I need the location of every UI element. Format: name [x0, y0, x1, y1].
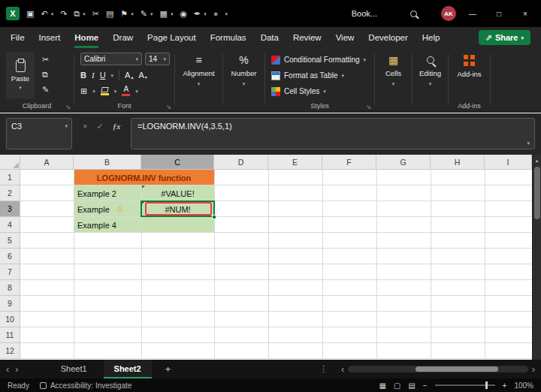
column-header-I[interactable]: I [485, 155, 532, 170]
underline-button[interactable]: U [100, 71, 106, 80]
column-header-F[interactable]: F [322, 155, 376, 170]
row-header-12[interactable]: 12 [0, 343, 20, 359]
row-header-2[interactable]: 2 [0, 185, 20, 201]
cell-C3[interactable]: #NUM! [141, 201, 214, 217]
menu-tab-formulas[interactable]: Formulas [210, 27, 246, 48]
scroll-up-icon[interactable]: ▴ [533, 155, 541, 164]
row-header-11[interactable]: 11 [0, 327, 20, 343]
column-header-C[interactable]: C [141, 155, 214, 170]
new-sheet-button[interactable]: + [165, 363, 171, 375]
zoom-slider[interactable] [435, 384, 495, 386]
page-break-view-icon[interactable]: ▤ [408, 381, 415, 390]
fill-handle[interactable] [212, 215, 216, 219]
search-icon[interactable] [410, 11, 417, 17]
vertical-scrollbar-thumb[interactable] [534, 167, 540, 219]
menu-tab-draw[interactable]: Draw [113, 27, 133, 48]
cut-button[interactable]: ✂ [42, 56, 49, 64]
conditional-formatting-button[interactable]: Conditional Formatting ▾ [271, 53, 366, 67]
horizontal-scrollbar[interactable]: ‹ › [341, 364, 535, 374]
menu-tab-developer[interactable]: Developer [368, 27, 407, 48]
sheet-scroll-left-icon[interactable]: ‹ [6, 364, 9, 374]
zoom-out-button[interactable]: − [423, 381, 428, 390]
cell-B1[interactable]: LOGNORM.INV function [74, 170, 214, 185]
save-icon[interactable]: ▣ [26, 10, 34, 18]
column-header-E[interactable]: E [268, 155, 322, 170]
menu-tab-file[interactable]: File [11, 27, 25, 48]
record-icon[interactable]: ● [213, 10, 219, 18]
shrink-font-button[interactable]: A▾ [138, 71, 147, 80]
font-name-select[interactable]: Calibri ▾ [80, 53, 142, 65]
menu-tab-review[interactable]: Review [293, 27, 322, 48]
column-header-H[interactable]: H [431, 155, 485, 170]
cell-B3[interactable]: Example ⚠ [74, 201, 141, 217]
copy-button[interactable]: ⧉ [42, 71, 48, 79]
row-header-5[interactable]: 5 [0, 233, 20, 249]
chevron-down-icon[interactable]: ▾ [171, 11, 174, 17]
chevron-down-icon[interactable]: ▾ [51, 11, 54, 17]
cell-C4[interactable] [141, 217, 214, 233]
row-header-6[interactable]: 6 [0, 249, 20, 264]
sheet-options-icon[interactable]: ⋮ [319, 364, 328, 374]
bold-button[interactable]: B [80, 71, 86, 80]
font-dialog-launcher[interactable]: ⇘ [166, 104, 171, 110]
chevron-down-icon[interactable]: ▾ [111, 73, 114, 78]
clipboard-dialog-launcher[interactable]: ⇘ [65, 104, 71, 110]
column-header-D[interactable]: D [214, 155, 268, 170]
chevron-down-icon[interactable]: ▾ [204, 11, 207, 17]
menu-tab-page-layout[interactable]: Page Layout [147, 27, 196, 48]
accessibility-status[interactable]: Accessibility: Investigate [40, 381, 131, 390]
chevron-down-icon[interactable]: ▾ [114, 89, 117, 94]
menu-tab-help[interactable]: Help [422, 27, 440, 48]
cell-C2[interactable]: #VALUE! [141, 185, 214, 201]
vertical-scrollbar[interactable]: ▴ [532, 155, 541, 360]
minimize-button[interactable]: — [463, 10, 482, 18]
paste-button[interactable]: Paste ▾ [6, 52, 35, 98]
chevron-down-icon[interactable]: ▾ [150, 11, 153, 17]
sheet-tab-sheet1[interactable]: Sheet1 [50, 360, 98, 378]
format-as-table-button[interactable]: Format as Table ▾ [271, 68, 344, 83]
styles-dialog-launcher[interactable]: ⇘ [366, 104, 371, 110]
editing-group-button[interactable]: Editing ▾ [413, 48, 448, 113]
cancel-button[interactable]: × [83, 122, 87, 131]
horizontal-scrollbar-track[interactable] [348, 366, 527, 372]
normal-view-icon[interactable]: ▦ [379, 381, 385, 390]
redo-icon[interactable]: ↷ [60, 10, 67, 18]
cut-icon[interactable]: ✂ [92, 10, 99, 18]
row-header-8[interactable]: 8 [0, 280, 20, 296]
share-button[interactable]: ⇗ Share ▾ [479, 30, 530, 45]
menu-tab-data[interactable]: Data [261, 27, 279, 48]
chevron-down-icon[interactable]: ▾ [92, 89, 95, 94]
table-icon[interactable]: ▦ [159, 10, 167, 18]
menu-tab-insert[interactable]: Insert [39, 27, 61, 48]
error-options-warning-icon[interactable]: ⚠ [116, 205, 124, 213]
chevron-down-icon[interactable]: ▾ [225, 11, 228, 17]
chevron-down-icon[interactable]: ▾ [83, 11, 86, 17]
menu-tab-view[interactable]: View [336, 27, 355, 48]
row-header-1[interactable]: 1 [0, 170, 20, 185]
column-header-A[interactable]: A [20, 155, 74, 170]
cells-group-button[interactable]: ▦ Cells ▾ [375, 48, 412, 113]
font-color-button[interactable]: A [122, 86, 130, 96]
alignment-group-button[interactable]: ≡ Alignment ▾ [175, 48, 222, 113]
formula-bar-expand-icon[interactable]: ▾ [527, 140, 530, 146]
row-header-4[interactable]: 4 [0, 217, 20, 233]
number-group-button[interactable]: % Number ▾ [223, 48, 264, 113]
menu-tab-home[interactable]: Home [74, 27, 98, 48]
maximize-button[interactable]: □ [489, 10, 509, 18]
formula-input[interactable]: =LOGNORM.INV(4,3.5,1) ▾ [131, 118, 535, 149]
undo-icon[interactable]: ↶ [41, 10, 47, 18]
format-painter-button[interactable]: ✎ [42, 86, 49, 94]
cell-B4[interactable]: Example 4 [74, 217, 141, 233]
select-all-button[interactable] [0, 155, 20, 170]
italic-button[interactable]: I [92, 71, 95, 80]
column-header-B[interactable]: B [74, 155, 141, 170]
enter-button[interactable]: ✓ [96, 122, 103, 131]
addins-icon[interactable] [464, 55, 475, 66]
name-box[interactable]: C3 ▾ [6, 118, 72, 149]
camera-icon[interactable]: ◉ [180, 10, 187, 18]
sheet-scroll-right-icon[interactable]: › [15, 364, 18, 374]
font-size-select[interactable]: 14 ▾ [145, 53, 170, 65]
row-header-7[interactable]: 7 [0, 264, 20, 280]
chevron-down-icon[interactable]: ▾ [131, 11, 134, 17]
row-header-9[interactable]: 9 [0, 296, 20, 312]
